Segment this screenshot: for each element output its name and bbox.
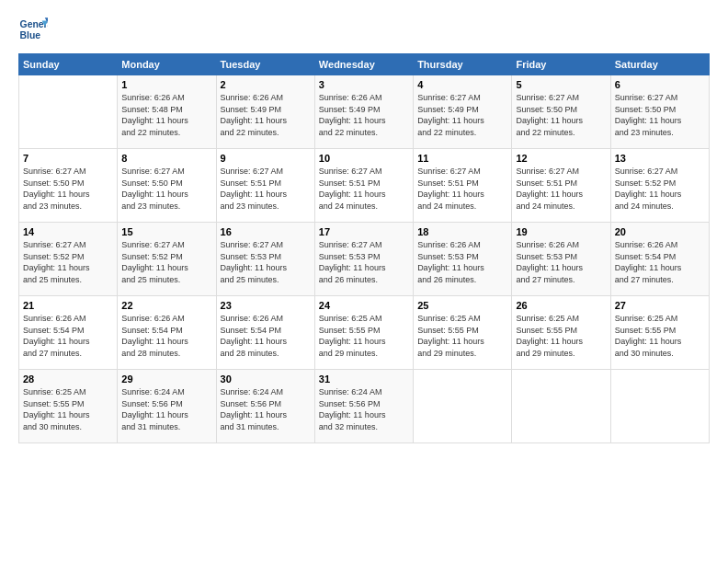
day-cell: 6Sunrise: 6:27 AM Sunset: 5:50 PM Daylig… [610,75,709,149]
day-cell: 15Sunrise: 6:27 AM Sunset: 5:52 PM Dayli… [118,223,216,296]
day-cell: 5Sunrise: 6:27 AM Sunset: 5:50 PM Daylig… [512,75,610,149]
logo-icon: General Blue [18,15,48,44]
day-cell: 30Sunrise: 6:24 AM Sunset: 5:56 PM Dayli… [216,370,314,443]
day-number: 26 [516,300,606,311]
day-cell: 12Sunrise: 6:27 AM Sunset: 5:51 PM Dayli… [512,149,610,223]
day-number: 12 [516,153,606,164]
day-cell: 2Sunrise: 6:26 AM Sunset: 5:49 PM Daylig… [216,75,314,149]
day-info: Sunrise: 6:26 AM Sunset: 5:53 PM Dayligh… [417,239,507,285]
day-cell: 16Sunrise: 6:27 AM Sunset: 5:53 PM Dayli… [216,223,314,296]
day-info: Sunrise: 6:25 AM Sunset: 5:55 PM Dayligh… [23,386,113,432]
day-cell: 10Sunrise: 6:27 AM Sunset: 5:51 PM Dayli… [314,149,413,223]
day-cell: 27Sunrise: 6:25 AM Sunset: 5:55 PM Dayli… [610,296,709,370]
header-cell-thursday: Thursday [414,54,512,75]
week-row-2: 7Sunrise: 6:27 AM Sunset: 5:50 PM Daylig… [19,149,710,223]
day-number: 28 [23,373,113,385]
day-info: Sunrise: 6:27 AM Sunset: 5:50 PM Dayligh… [121,166,211,212]
day-cell: 19Sunrise: 6:26 AM Sunset: 5:53 PM Dayli… [512,223,610,296]
day-number: 18 [417,226,507,237]
day-info: Sunrise: 6:27 AM Sunset: 5:51 PM Dayligh… [417,166,507,212]
day-cell [512,370,610,443]
day-number: 27 [615,300,705,311]
header-cell-saturday: Saturday [610,54,709,75]
day-info: Sunrise: 6:27 AM Sunset: 5:51 PM Dayligh… [319,166,409,212]
day-info: Sunrise: 6:24 AM Sunset: 5:56 PM Dayligh… [221,386,311,432]
week-row-1: 1Sunrise: 6:26 AM Sunset: 5:48 PM Daylig… [19,75,710,149]
day-info: Sunrise: 6:26 AM Sunset: 5:54 PM Dayligh… [221,313,311,359]
day-info: Sunrise: 6:27 AM Sunset: 5:50 PM Dayligh… [23,166,113,212]
day-cell: 14Sunrise: 6:27 AM Sunset: 5:52 PM Dayli… [19,223,118,296]
day-number: 3 [319,79,409,90]
header-cell-sunday: Sunday [19,54,118,75]
day-number: 20 [615,226,705,237]
day-cell: 31Sunrise: 6:24 AM Sunset: 5:56 PM Dayli… [314,370,413,443]
day-info: Sunrise: 6:26 AM Sunset: 5:49 PM Dayligh… [319,92,409,138]
day-number: 15 [121,226,211,237]
day-number: 25 [417,300,507,311]
day-cell: 17Sunrise: 6:27 AM Sunset: 5:53 PM Dayli… [314,223,413,296]
day-number: 22 [121,300,211,311]
day-info: Sunrise: 6:26 AM Sunset: 5:54 PM Dayligh… [615,239,705,285]
header-cell-tuesday: Tuesday [216,54,314,75]
logo: General Blue [18,15,53,44]
day-info: Sunrise: 6:26 AM Sunset: 5:54 PM Dayligh… [121,313,211,359]
day-info: Sunrise: 6:27 AM Sunset: 5:53 PM Dayligh… [221,239,311,285]
day-info: Sunrise: 6:26 AM Sunset: 5:53 PM Dayligh… [516,239,606,285]
day-number: 14 [23,226,113,237]
header-row: SundayMondayTuesdayWednesdayThursdayFrid… [19,54,710,75]
day-number: 16 [221,226,311,237]
day-cell: 7Sunrise: 6:27 AM Sunset: 5:50 PM Daylig… [19,149,118,223]
day-number: 19 [516,226,606,237]
day-number: 8 [121,153,211,164]
day-number: 2 [221,79,311,90]
day-cell: 1Sunrise: 6:26 AM Sunset: 5:48 PM Daylig… [118,75,216,149]
day-cell: 24Sunrise: 6:25 AM Sunset: 5:55 PM Dayli… [314,296,413,370]
day-number: 6 [615,79,705,90]
week-row-5: 28Sunrise: 6:25 AM Sunset: 5:55 PM Dayli… [19,370,710,443]
svg-text:Blue: Blue [20,30,41,40]
day-info: Sunrise: 6:25 AM Sunset: 5:55 PM Dayligh… [516,313,606,359]
day-info: Sunrise: 6:27 AM Sunset: 5:52 PM Dayligh… [121,239,211,285]
day-cell: 8Sunrise: 6:27 AM Sunset: 5:50 PM Daylig… [118,149,216,223]
week-row-3: 14Sunrise: 6:27 AM Sunset: 5:52 PM Dayli… [19,223,710,296]
day-number: 30 [221,373,311,385]
day-cell: 20Sunrise: 6:26 AM Sunset: 5:54 PM Dayli… [610,223,709,296]
day-number: 24 [319,300,409,311]
day-info: Sunrise: 6:27 AM Sunset: 5:52 PM Dayligh… [615,166,705,212]
day-cell: 21Sunrise: 6:26 AM Sunset: 5:54 PM Dayli… [19,296,118,370]
day-info: Sunrise: 6:27 AM Sunset: 5:53 PM Dayligh… [319,239,409,285]
day-info: Sunrise: 6:25 AM Sunset: 5:55 PM Dayligh… [319,313,409,359]
day-cell: 23Sunrise: 6:26 AM Sunset: 5:54 PM Dayli… [216,296,314,370]
calendar-page: General Blue SundayMondayTuesdayWednesda… [0,0,728,563]
day-info: Sunrise: 6:26 AM Sunset: 5:54 PM Dayligh… [23,313,113,359]
day-number: 7 [23,153,113,164]
day-cell [19,75,118,149]
day-cell [414,370,512,443]
day-number: 31 [319,373,409,385]
day-cell: 28Sunrise: 6:25 AM Sunset: 5:55 PM Dayli… [19,370,118,443]
day-info: Sunrise: 6:24 AM Sunset: 5:56 PM Dayligh… [319,386,409,432]
day-number: 23 [221,300,311,311]
day-cell [610,370,709,443]
header-cell-friday: Friday [512,54,610,75]
week-row-4: 21Sunrise: 6:26 AM Sunset: 5:54 PM Dayli… [19,296,710,370]
day-cell: 25Sunrise: 6:25 AM Sunset: 5:55 PM Dayli… [414,296,512,370]
calendar-body: 1Sunrise: 6:26 AM Sunset: 5:48 PM Daylig… [19,75,710,443]
day-cell: 26Sunrise: 6:25 AM Sunset: 5:55 PM Dayli… [512,296,610,370]
day-cell: 13Sunrise: 6:27 AM Sunset: 5:52 PM Dayli… [610,149,709,223]
day-info: Sunrise: 6:27 AM Sunset: 5:51 PM Dayligh… [516,166,606,212]
day-number: 17 [319,226,409,237]
calendar-header: SundayMondayTuesdayWednesdayThursdayFrid… [19,54,710,75]
day-cell: 22Sunrise: 6:26 AM Sunset: 5:54 PM Dayli… [118,296,216,370]
day-number: 29 [121,373,211,385]
day-number: 5 [516,79,606,90]
header: General Blue [18,15,710,44]
header-cell-monday: Monday [118,54,216,75]
day-number: 13 [615,153,705,164]
calendar-table: SundayMondayTuesdayWednesdayThursdayFrid… [18,53,710,443]
day-cell: 18Sunrise: 6:26 AM Sunset: 5:53 PM Dayli… [414,223,512,296]
day-info: Sunrise: 6:27 AM Sunset: 5:50 PM Dayligh… [615,92,705,138]
day-info: Sunrise: 6:25 AM Sunset: 5:55 PM Dayligh… [417,313,507,359]
day-number: 10 [319,153,409,164]
day-number: 1 [121,79,211,90]
